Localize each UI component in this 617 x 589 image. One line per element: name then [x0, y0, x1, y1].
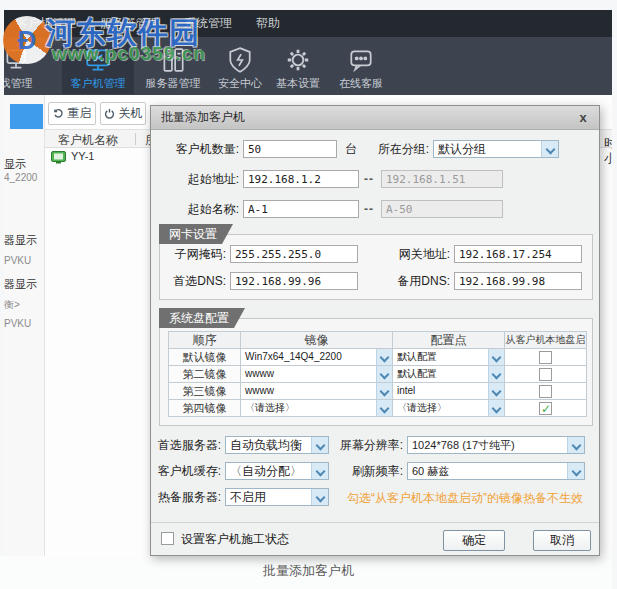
shutdown-label: 关机 — [119, 105, 143, 122]
restart-label: 重启 — [68, 105, 92, 122]
chevron-down-icon — [488, 366, 504, 382]
menu-system-manage[interactable]: 系统管理 — [172, 10, 244, 37]
dns2-input[interactable] — [454, 272, 582, 290]
toolbar-item-label: 服务器管理 — [146, 76, 201, 91]
toolbar-item-game[interactable]: 戏管理 — [4, 40, 42, 94]
range-separator: -- — [364, 200, 374, 218]
chevron-down-icon — [541, 141, 558, 157]
restart-button[interactable]: 重启 — [48, 102, 96, 125]
refresh-rate-label: 刷新频率: — [337, 462, 403, 480]
caption-strip: 批量添加客户机 — [0, 556, 617, 589]
subnet-input[interactable] — [230, 245, 358, 263]
restart-icon — [53, 108, 64, 119]
server-manage-icon — [159, 46, 187, 74]
batch-add-clients-dialog: 批量添加客户机 x 客户机数量: 台 所在分组: 默认分组 起始地址: -- 起… — [150, 105, 600, 556]
hot-standby-label: 热备服务器: — [151, 488, 221, 506]
row-order: 第四镜像 — [169, 400, 241, 417]
preferred-server-label: 首选服务器: — [151, 436, 221, 454]
selected-item-highlight[interactable] — [10, 104, 43, 129]
group-value: 默认分组 — [434, 141, 541, 157]
resolution-select[interactable]: 1024*768 (17寸纯平) — [407, 436, 585, 454]
toolbar-item-security[interactable]: 安全中心 — [210, 40, 270, 94]
group-label: 所在分组: — [375, 140, 429, 158]
dialog-body: 客户机数量: 台 所在分组: 默认分组 起始地址: -- 起始名称: -- 网卡… — [151, 130, 599, 556]
gateway-input[interactable] — [454, 245, 582, 263]
image-select[interactable]: 〈请选择〉 — [241, 400, 393, 417]
toolbar-item-online-service[interactable]: 在线客服 — [330, 40, 392, 94]
toolbar-item-server-manage[interactable]: 服务器管理 — [138, 40, 208, 94]
local-boot-checkbox[interactable] — [539, 351, 552, 364]
dns2-label: 备用DNS: — [384, 272, 450, 290]
chevron-down-icon — [311, 463, 328, 479]
start-address-input[interactable] — [243, 170, 359, 188]
start-name-input[interactable] — [243, 200, 359, 218]
toolbar-item-label: 客户机管理 — [71, 76, 126, 91]
client-cache-select[interactable]: 〈自动分配〉 — [225, 462, 329, 480]
left-fragment: PVKU — [4, 255, 31, 266]
chevron-down-icon — [376, 366, 392, 382]
menu-help[interactable]: 帮助 — [244, 10, 292, 37]
toolbar-item-settings[interactable]: 基本设置 — [268, 40, 328, 94]
left-fragment: 显示 — [4, 157, 26, 172]
image-select[interactable]: wwww — [241, 383, 393, 400]
range-separator: -- — [364, 170, 374, 188]
config-select[interactable]: intel — [393, 383, 505, 400]
close-icon[interactable]: x — [573, 108, 593, 127]
right-fragment: 小 — [604, 150, 612, 167]
shutdown-button[interactable]: 关机 — [100, 102, 146, 125]
ok-button[interactable]: 确定 — [443, 530, 505, 551]
disk-section-title: 系统盘配置 — [159, 308, 245, 328]
chevron-down-icon — [488, 400, 504, 416]
nic-section: 网卡设置 子网掩码: 网关地址: 首选DNS: 备用DNS: — [159, 234, 593, 300]
local-boot-checkbox[interactable] — [539, 385, 552, 398]
count-input[interactable] — [243, 140, 337, 158]
hot-standby-select[interactable]: 不启用 — [225, 488, 329, 506]
gateway-label: 网关地址: — [384, 245, 450, 263]
cancel-button[interactable]: 取消 — [533, 530, 591, 551]
toolbar-item-label: 安全中心 — [218, 76, 262, 91]
row-order: 默认镜像 — [169, 349, 241, 366]
count-unit: 台 — [345, 140, 357, 158]
image-select[interactable]: Win7x64_14Q4_2200 — [241, 349, 393, 366]
image-select[interactable]: wwww — [241, 366, 393, 383]
dns1-input[interactable] — [230, 272, 358, 290]
row-order: 第三镜像 — [169, 383, 241, 400]
refresh-rate-select[interactable]: 60 赫兹 — [407, 462, 585, 480]
dns1-label: 首选DNS: — [160, 272, 226, 290]
client-monitor-icon — [51, 151, 66, 164]
client-name: YY-1 — [71, 150, 94, 162]
left-fragment: 4_2200 — [4, 172, 37, 183]
dialog-title-bar: 批量添加客户机 x — [151, 106, 599, 130]
config-select[interactable]: 〈请选择〉 — [393, 400, 505, 417]
toolbar-item-label: 在线客服 — [339, 76, 383, 91]
menu-server-manage[interactable]: 服务器管理 — [88, 10, 172, 37]
config-select[interactable]: 默认配置 — [393, 349, 505, 366]
toolbar-item-client-manage[interactable]: 客户机管理 — [62, 40, 134, 94]
screenshot-caption: 批量添加客户机 — [0, 562, 617, 580]
left-fragment: 衡> — [4, 298, 20, 312]
construction-status-label: 设置客户机施工状态 — [181, 530, 289, 548]
col-local-boot: 从客户机本地盘启动 — [505, 332, 587, 349]
chevron-down-icon — [376, 400, 392, 416]
menu-client-manage[interactable]: 客户机管理 — [4, 10, 88, 37]
settings-gear-icon — [284, 46, 312, 74]
resolution-label: 屏幕分辨率: — [337, 436, 403, 454]
subnet-label: 子网掩码: — [160, 245, 226, 263]
config-select[interactable]: 默认配置 — [393, 366, 505, 383]
row-order: 第二镜像 — [169, 366, 241, 383]
left-fragment: PVKU — [4, 318, 31, 329]
local-boot-checkbox[interactable] — [539, 402, 552, 415]
chevron-down-icon — [376, 383, 392, 399]
left-fragment: 器显示 — [4, 277, 37, 292]
chevron-down-icon — [311, 489, 328, 505]
group-select[interactable]: 默认分组 — [433, 140, 559, 158]
construction-status-checkbox[interactable] — [161, 532, 174, 545]
frame-right — [612, 0, 617, 589]
local-boot-warning: 勾选“从客户机本地盘启动”的镜像热备不生效 — [347, 490, 583, 507]
preferred-server-select[interactable]: 自动负载均衡 — [225, 436, 329, 454]
start-address-label: 起始地址: — [163, 170, 239, 188]
nic-section-title: 网卡设置 — [159, 224, 233, 244]
local-boot-checkbox[interactable] — [539, 368, 552, 381]
toolbar-item-label: 基本设置 — [276, 76, 320, 91]
col-client-name: 客户机名称 — [58, 132, 118, 149]
